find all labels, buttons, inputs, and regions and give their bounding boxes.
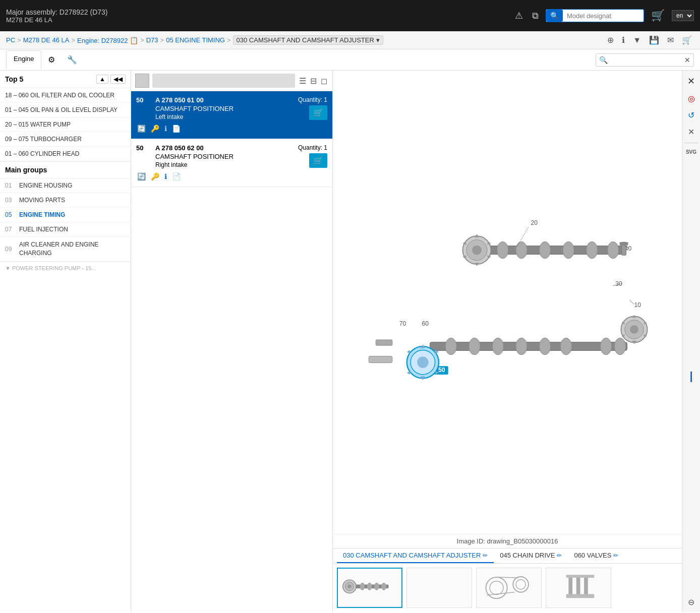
bottom-tab-045-edit[interactable]: ✏ — [557, 552, 562, 559]
svg-rect-75 — [576, 576, 580, 595]
info-btn[interactable]: ℹ — [620, 34, 627, 46]
diagram-area: 20 40 30 10 70 60 70 50 — [333, 71, 682, 534]
parts-expand-btn[interactable]: ◻ — [320, 75, 328, 87]
language-select[interactable]: en de fr — [672, 10, 694, 21]
svg-rect-77 — [566, 594, 595, 598]
model-search-btn[interactable]: 🔍 — [546, 10, 563, 22]
cross-btn[interactable]: ✕ — [683, 124, 699, 140]
top5-item-0[interactable]: 18 – 060 OIL FILTER AND OIL COOLER — [0, 88, 131, 103]
group-item-01[interactable]: 01 ENGINE HOUSING — [0, 178, 131, 193]
svg-rect-54 — [376, 340, 392, 345]
top5-back-btn[interactable]: ◀◀ — [110, 75, 126, 84]
top5-item-3[interactable]: 09 – 075 TURBOCHARGER — [0, 132, 131, 147]
part-doc-btn-1[interactable]: 📄 — [171, 124, 182, 134]
filter-btn[interactable]: ▼ — [631, 35, 643, 46]
thumb-030-svg — [341, 571, 398, 605]
svg-point-29 — [469, 338, 480, 355]
parts-diagram-svg: 20 40 30 10 70 60 70 50 — [333, 71, 682, 534]
bottom-thumb-060[interactable] — [546, 568, 611, 608]
svg-point-65 — [367, 583, 372, 590]
target-btn[interactable]: ◎ — [683, 91, 699, 106]
svg-point-69 — [490, 581, 504, 595]
breadcrumb-d73[interactable]: D73 — [146, 36, 158, 44]
part-info-btn-1[interactable]: ℹ — [163, 124, 168, 134]
diagram-wrapper: 20 40 30 10 70 60 70 50 — [333, 71, 682, 612]
tab-settings-icon[interactable]: ⚙ — [42, 50, 61, 69]
zoom-out-right-btn[interactable]: ⊖ — [683, 594, 699, 610]
tab-search-input[interactable] — [611, 54, 681, 66]
bottom-tab-030-edit[interactable]: ✏ — [483, 552, 488, 559]
svg-text:20: 20 — [531, 219, 538, 226]
thumb-060-svg — [549, 570, 607, 605]
top5-item-4[interactable]: 01 – 060 CYLINDER HEAD — [0, 147, 131, 161]
breadcrumb-engine[interactable]: Engine: D278922 📋 — [77, 36, 138, 44]
breadcrumb-pc[interactable]: PC — [6, 36, 15, 44]
scroll-indicator[interactable]: | — [683, 366, 699, 386]
add-to-cart-btn-1[interactable]: 🛒 — [309, 105, 327, 120]
part-doc-btn-2[interactable]: 📄 — [171, 171, 182, 181]
add-to-cart-btn-2[interactable]: 🛒 — [309, 153, 327, 168]
part-row-2[interactable]: 50 A 278 050 62 00 CAMSHAFT POSITIONER R… — [131, 139, 332, 187]
right-toolbar: ✕ ◎ ↺ ✕ SVG | ⊖ — [682, 71, 700, 612]
parts-grid-view-btn[interactable]: ⊟ — [309, 75, 318, 87]
bottom-thumb-045[interactable] — [476, 568, 542, 608]
tab-engine[interactable]: Engine — [6, 50, 41, 70]
breadcrumb-bar: PC > M278 DE 46 LA > Engine: D278922 📋 >… — [0, 31, 700, 49]
top5-item-1[interactable]: 01 – 045 OIL PAN & OIL LEVEL DISPLAY — [0, 103, 131, 117]
zoom-in-btn[interactable]: ⊕ — [605, 34, 616, 46]
copy-icon-btn[interactable]: ⧉ — [530, 9, 541, 23]
svg-text:10: 10 — [634, 301, 641, 309]
close-btn[interactable]: ✕ — [683, 73, 699, 90]
cart-btn-toolbar[interactable]: 🛒 — [680, 34, 694, 46]
part-key-btn-1[interactable]: 🔑 — [150, 124, 160, 134]
svg-point-47 — [630, 325, 638, 334]
part-info-btn-2[interactable]: ℹ — [163, 171, 168, 181]
svg-point-34 — [600, 338, 611, 355]
svg-rect-27 — [430, 342, 627, 351]
bottom-tab-030[interactable]: 030 CAMSHAFT AND CAMSHAFT ADJUSTER ✏ — [337, 548, 494, 563]
svg-line-59 — [629, 300, 634, 304]
svg-rect-78 — [566, 575, 595, 578]
part-refresh-btn-1[interactable]: 🔄 — [136, 124, 147, 134]
mail-btn[interactable]: ✉ — [665, 34, 676, 46]
group-item-07[interactable]: 07 FUEL INJECTION — [0, 222, 131, 237]
breadcrumb-current[interactable]: 030 CAMSHAFT AND CAMSHAFT ADJUSTER ▾ — [233, 35, 383, 45]
tab-wrench-icon[interactable]: 🔧 — [62, 50, 83, 69]
svg-point-15 — [607, 241, 618, 259]
bottom-thumb-030[interactable] — [337, 568, 402, 608]
save-btn[interactable]: 💾 — [647, 34, 661, 46]
parts-panel: ☰ ⊟ ◻ 50 A 278 050 61 00 CAMSHAFT POSITI… — [131, 71, 333, 612]
group-item-03[interactable]: 03 MOVING PARTS — [0, 193, 131, 208]
svg-export-btn[interactable]: SVG — [683, 146, 699, 158]
parts-header-swatch — [135, 74, 149, 88]
top5-item-2[interactable]: 20 – 015 WATER PUMP — [0, 117, 131, 132]
cart-icon-btn[interactable]: 🛒 — [649, 7, 667, 24]
tab-search-btn[interactable]: 🔍 — [596, 54, 611, 66]
model-search-box: 🔍 — [546, 9, 644, 22]
part-row-1[interactable]: 50 A 278 050 61 00 CAMSHAFT POSITIONER L… — [131, 91, 332, 139]
bottom-tab-060[interactable]: 060 VALVES ✏ — [568, 548, 624, 563]
bottom-tab-060-edit[interactable]: ✏ — [613, 552, 618, 559]
model-search-input[interactable] — [563, 10, 644, 22]
history-btn[interactable]: ↺ — [683, 107, 699, 123]
part-key-btn-2[interactable]: 🔑 — [150, 171, 160, 181]
group-item-05[interactable]: 05 ENGINE TIMING — [0, 208, 131, 222]
svg-text:70: 70 — [399, 320, 406, 327]
tab-search-clear[interactable]: ✕ — [681, 54, 693, 66]
svg-point-68 — [486, 577, 507, 598]
top5-up-btn[interactable]: ▲ — [96, 75, 108, 84]
breadcrumb-model[interactable]: M278 DE 46 LA — [23, 36, 70, 44]
breadcrumb-engine-timing[interactable]: 05 ENGINE TIMING — [166, 36, 225, 44]
parts-header-icons: ☰ ⊟ ◻ — [298, 75, 328, 87]
bottom-tab-045[interactable]: 045 CHAIN DRIVE ✏ — [494, 548, 568, 563]
alert-icon-btn[interactable]: ⚠ — [513, 8, 525, 23]
top5-controls: ▲ ◀◀ — [96, 75, 126, 84]
group-item-09[interactable]: 09 AIR CLEANER AND ENGINECHARGING — [0, 237, 131, 262]
svg-point-33 — [560, 338, 571, 355]
svg-point-66 — [374, 583, 379, 590]
more-groups-hint: ▼ POWER STEERING PUMP - 15... — [0, 262, 131, 274]
part-refresh-btn-2[interactable]: 🔄 — [136, 171, 147, 181]
bottom-images — [333, 564, 682, 612]
parts-list-view-btn[interactable]: ☰ — [298, 75, 307, 87]
breadcrumb-tools: ⊕ ℹ ▼ 💾 ✉ 🛒 — [605, 34, 694, 46]
